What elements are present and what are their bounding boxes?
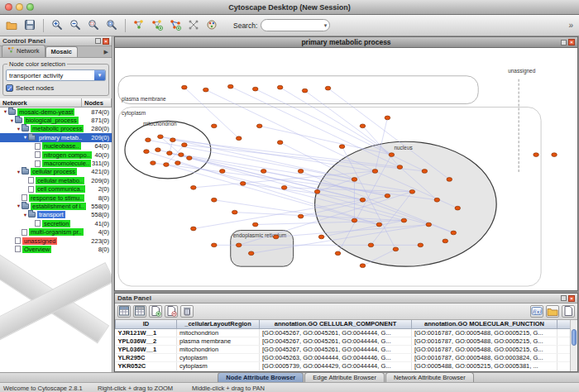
table-row[interactable]: YDR039C__1mitochondrion[GO:0005743, GO:0… [116,370,572,371]
network-node[interactable] [277,85,283,89]
network-node[interactable] [219,170,225,174]
search-dropdown-icon[interactable]: ▾ [324,22,328,29]
network-node[interactable] [409,189,415,194]
tree-row[interactable]: response to stimu..8(0) [0,194,112,202]
network-node[interactable] [151,161,156,165]
new-attribute-button[interactable] [149,305,162,318]
expand-icon[interactable]: ▼ [2,109,8,114]
table-cell[interactable]: [GO:0045267, GO:0045261, GO:0044444, G..… [260,337,412,345]
column-header[interactable]: _cellularLayoutRegion [177,320,260,328]
table-row[interactable]: YPL036W__1mitochondrion[GO:0045267, GO:0… [116,345,572,353]
network-node[interactable] [227,84,233,88]
table-scrollbar[interactable] [570,320,577,371]
tree-row[interactable]: ▼establishment of l..558(0) [0,202,112,210]
new-network-edges-button[interactable] [167,17,184,34]
table-cell[interactable]: YJR121W__1 [116,328,177,337]
network-node[interactable] [352,218,357,222]
table-cell[interactable]: cytoplasm [177,354,260,362]
network-node[interactable] [158,135,164,139]
table-cell[interactable]: [GO:0045267, GO:0045261, GO:0044444, G..… [260,345,412,353]
network-node[interactable] [552,153,557,157]
column-header[interactable]: annotation.GO CELLULAR_COMPONENT [260,320,412,328]
network-node[interactable] [447,178,452,182]
network-node[interactable] [372,170,378,174]
table-cell[interactable]: [GO:0016787, GO:0005488, GO:0005215, ... [412,370,557,371]
expand-icon[interactable]: ▼ [16,170,22,174]
frame-float-icon[interactable] [561,40,567,45]
formula-button[interactable]: f(x) [530,305,543,318]
tree-row[interactable]: ▼metabolic process280(0) [0,125,112,133]
table-cell[interactable]: mitochondrion [177,370,260,371]
apply-layout-button[interactable] [185,17,202,34]
column-header[interactable]: ID [116,320,177,328]
network-node[interactable] [451,231,457,235]
network-node[interactable] [360,198,366,202]
import-attributes-button[interactable] [546,305,559,318]
network-node[interactable] [314,189,320,194]
table-cell[interactable]: plasma membrane [177,337,260,345]
network-node[interactable] [144,150,150,154]
network-node[interactable] [232,210,237,214]
expand-icon[interactable]: ▼ [22,213,28,218]
table-cell[interactable]: [GO:0016787, GO:0005488, GO:0005215, G..… [412,328,557,337]
toolbar-overflow-icon[interactable]: » [566,21,576,30]
network-node[interactable] [236,136,242,141]
network-node[interactable] [167,151,173,155]
network-node[interactable] [534,153,539,157]
table-cell[interactable]: YLR295C [116,354,177,362]
network-node[interactable] [277,141,283,145]
network-node[interactable] [191,185,197,189]
table-cell[interactable]: YKR052C [116,362,177,370]
table-row[interactable]: YPL036W__2plasma membrane[GO:0045267, GO… [116,337,572,345]
new-network-from-selection-button[interactable] [149,17,165,34]
tab-scroll-right-icon[interactable]: ▶ [103,49,110,57]
expand-icon[interactable]: ▼ [16,203,22,208]
network-node[interactable] [187,156,193,160]
network-node[interactable] [211,198,217,202]
network-node[interactable] [393,247,399,251]
network-node[interactable] [146,138,151,142]
network-node[interactable] [170,138,176,142]
tree-row[interactable]: Overview8(0) [0,245,112,253]
expand-icon[interactable]: ▼ [16,127,22,131]
table-cell[interactable]: [GO:0005739, GO:0044429, GO:0044444, G..… [260,362,412,370]
delete-attribute-button[interactable] [165,305,178,318]
network-node[interactable] [203,88,209,92]
network-node[interactable] [401,218,407,222]
close-panel-icon[interactable]: × [568,295,575,302]
table-cell[interactable]: [GO:0016787, GO:0005488, GO:0003824, G..… [412,354,557,362]
network-node[interactable] [252,222,258,227]
expand-icon[interactable]: ▼ [22,135,28,140]
network-node[interactable] [156,148,161,152]
network-node[interactable] [335,251,341,256]
tree-row[interactable]: ▼mosaic-demo-yeast874(0) [0,108,112,116]
network-node[interactable] [240,181,246,185]
table-cell[interactable]: [GO:0005743, GO:0044429, GO:0044444, G..… [260,370,412,371]
network-node[interactable] [182,143,188,147]
column-header[interactable]: annotation.GO MOLECULAR_FUNCTION [412,320,557,328]
table-cell[interactable]: [GO:0045267, GO:0045261, GO:0044444, G..… [260,328,412,337]
frame-close-icon[interactable]: × [568,39,575,45]
tab-network-attribute-browser[interactable]: Network Attribute Browser [385,372,474,382]
tree-row[interactable]: ▼cellular process421(0) [0,168,112,176]
tab-mosaic[interactable]: Mosaic [45,46,78,57]
network-node[interactable] [191,227,197,231]
network-node[interactable] [360,264,366,268]
network-node[interactable] [325,86,331,90]
table-cell[interactable]: YPL036W__2 [116,337,177,345]
search-input[interactable]: ▾ [261,19,330,31]
table-cell[interactable]: mitochondrion [177,345,260,353]
float-panel-icon[interactable] [95,38,101,44]
network-node[interactable] [434,198,440,202]
network-frame-titlebar[interactable]: primary metabolic process × [115,37,577,48]
network-node[interactable] [418,243,423,247]
zoom-selected-button[interactable] [85,17,102,34]
attribute-file-button[interactable] [562,305,575,318]
tree-row[interactable]: macromolecule..311(0) [0,159,112,167]
table-cell[interactable]: [GO:0016787, GO:0005488, GO:0005215, G..… [412,345,557,353]
vizmapper-button[interactable] [203,17,220,34]
network-node[interactable] [339,145,345,149]
tree-row[interactable]: ▼biological_process871(0) [0,116,112,124]
select-nodes-checkbox[interactable]: ✓ Select nodes [6,84,106,92]
network-node[interactable] [352,178,357,182]
